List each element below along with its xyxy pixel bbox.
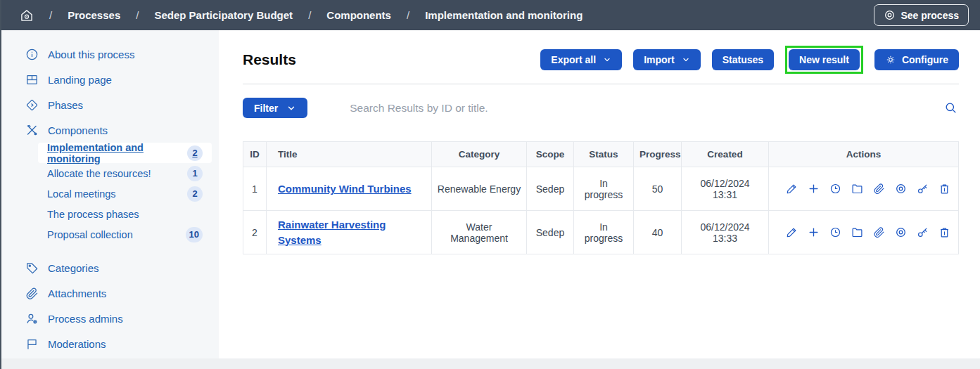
sidebar-item-label: Moderations xyxy=(48,338,106,350)
header-divider xyxy=(243,84,959,84)
main-content: Results Export all Import Statuses xyxy=(219,30,980,358)
sidebar-item-phases[interactable]: Phases xyxy=(1,92,219,117)
sidebar-item-components[interactable]: Components xyxy=(1,117,219,143)
sidebar-item-label: Components xyxy=(48,124,108,136)
page-title: Results xyxy=(243,51,296,68)
subnav-item-implementation-and-monitoring[interactable]: Implementation and monitoring 2 xyxy=(38,143,212,163)
col-header-scope: Scope xyxy=(527,142,574,167)
preview-icon[interactable] xyxy=(895,226,907,238)
result-title-link[interactable]: Rainwater Harvesting Systems xyxy=(278,217,420,248)
breadcrumb-process[interactable]: Sedep Participatory Budget xyxy=(154,9,293,21)
col-header-status: Status xyxy=(574,142,634,167)
delete-icon[interactable] xyxy=(938,226,950,238)
filter-label: Filter xyxy=(254,103,278,114)
see-process-button[interactable]: See process xyxy=(874,4,969,26)
cell-scope: Sedep xyxy=(527,167,574,211)
subnav-item-label: Allocate the resources! xyxy=(47,168,151,179)
table-header-row: ID Title Category Scope Status Progress … xyxy=(243,142,959,167)
cell-status: In progress xyxy=(574,211,634,254)
preview-icon[interactable] xyxy=(895,183,907,195)
gear-icon xyxy=(885,54,896,65)
results-table: ID Title Category Scope Status Progress … xyxy=(243,141,959,254)
statuses-label: Statuses xyxy=(723,54,763,65)
chevron-down-icon xyxy=(603,56,611,64)
table-row: 2 Rainwater Harvesting Systems Water Man… xyxy=(243,211,959,254)
sidebar-item-about[interactable]: About this process xyxy=(1,41,219,67)
import-button[interactable]: Import xyxy=(633,49,701,70)
sidebar-item-attachments[interactable]: Attachments xyxy=(1,280,219,306)
edit-icon[interactable] xyxy=(786,226,798,238)
sidebar-item-landing-page[interactable]: Landing page xyxy=(1,67,219,92)
count-badge: 10 xyxy=(186,227,203,242)
cell-scope: Sedep xyxy=(527,211,574,254)
folder-icon[interactable] xyxy=(851,226,863,238)
subnav-item-the-process-phases[interactable]: The process phases xyxy=(38,204,212,224)
eye-icon xyxy=(884,9,896,21)
filter-row: Filter xyxy=(243,98,959,118)
see-process-label: See process xyxy=(901,10,960,21)
breadcrumb-processes[interactable]: Processes xyxy=(68,9,120,21)
tools-icon xyxy=(25,124,39,137)
timeline-icon[interactable] xyxy=(829,183,841,195)
cell-progress: 40 xyxy=(634,211,682,254)
cell-id: 2 xyxy=(243,211,267,254)
subnav-item-label: Implementation and monitoring xyxy=(47,142,187,164)
cell-id: 1 xyxy=(243,167,267,211)
attachments-icon[interactable] xyxy=(873,226,885,238)
configure-button[interactable]: Configure xyxy=(874,49,959,70)
sidebar-item-process-admins[interactable]: Process admins xyxy=(1,306,219,331)
col-header-created: Created xyxy=(682,142,769,167)
edit-icon[interactable] xyxy=(786,183,798,195)
breadcrumb-current-component[interactable]: Implementation and monitoring xyxy=(425,9,583,21)
breadcrumb: / Processes / Sedep Participatory Budget… xyxy=(20,8,583,22)
breadcrumb-components[interactable]: Components xyxy=(326,9,391,21)
sidebar-item-label: Landing page xyxy=(48,74,112,86)
subnav-item-label: Proposal collection xyxy=(47,229,133,240)
chevron-down-icon xyxy=(286,103,296,113)
count-badge: 2 xyxy=(187,145,203,161)
sidebar-item-label: Categories xyxy=(48,262,99,274)
sidebar-item-label: Process admins xyxy=(48,313,123,325)
import-label: Import xyxy=(644,54,675,65)
subnav-item-local-meetings[interactable]: Local meetings 2 xyxy=(38,183,212,204)
new-result-button[interactable]: New result xyxy=(789,49,860,70)
info-icon xyxy=(25,48,39,61)
new-result-label: New result xyxy=(799,54,849,65)
cell-category: Renewable Energy xyxy=(432,167,527,211)
phases-icon xyxy=(25,98,39,112)
breadcrumb-separator: / xyxy=(308,9,311,21)
cell-progress: 50 xyxy=(634,167,682,211)
filter-button[interactable]: Filter xyxy=(243,98,307,118)
user-gear-icon xyxy=(25,312,39,325)
toolbar: Export all Import Statuses New result xyxy=(540,46,959,74)
timeline-icon[interactable] xyxy=(829,226,841,238)
cell-status: In progress xyxy=(574,167,634,211)
configure-label: Configure xyxy=(902,54,948,65)
sidebar-item-moderations[interactable]: Moderations xyxy=(1,331,219,356)
result-title-link[interactable]: Community Wind Turbines xyxy=(278,181,412,197)
folder-icon[interactable] xyxy=(851,183,863,195)
count-badge: 2 xyxy=(187,186,203,202)
table-row: 1 Community Wind Turbines Renewable Ener… xyxy=(243,167,959,211)
subnav-item-label: Local meetings xyxy=(47,188,116,200)
permissions-icon[interactable] xyxy=(917,226,929,238)
add-icon[interactable] xyxy=(808,226,820,238)
delete-icon[interactable] xyxy=(938,183,950,195)
breadcrumb-separator: / xyxy=(136,9,139,21)
col-header-category: Category xyxy=(432,142,527,167)
home-icon[interactable] xyxy=(20,8,34,22)
subnav-item-allocate-the-resources[interactable]: Allocate the resources! 1 xyxy=(38,163,212,183)
search-input[interactable] xyxy=(350,102,943,115)
attachments-icon[interactable] xyxy=(873,183,885,195)
components-subnav: Implementation and monitoring 2 Allocate… xyxy=(1,143,219,245)
cell-created: 06/12/2024 13:33 xyxy=(682,211,769,254)
add-icon[interactable] xyxy=(808,183,820,195)
paperclip-icon xyxy=(25,287,39,300)
search-icon[interactable] xyxy=(943,101,959,115)
permissions-icon[interactable] xyxy=(917,183,929,195)
subnav-item-proposal-collection[interactable]: Proposal collection 10 xyxy=(38,224,212,245)
breadcrumb-separator: / xyxy=(407,9,409,21)
statuses-button[interactable]: Statuses xyxy=(712,49,774,70)
export-all-button[interactable]: Export all xyxy=(540,49,622,70)
sidebar-item-categories[interactable]: Categories xyxy=(1,255,219,280)
